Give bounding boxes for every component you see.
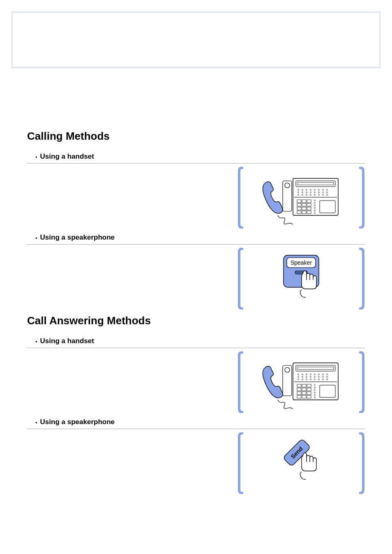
illustration-row: Speaker	[27, 248, 365, 309]
svg-rect-84	[302, 388, 306, 391]
svg-point-74	[310, 379, 311, 380]
svg-point-16	[318, 192, 320, 193]
svg-point-61	[323, 374, 324, 375]
svg-point-7	[314, 189, 316, 191]
svg-rect-32	[302, 203, 306, 206]
illustration-frame-speaker-button: Speaker	[238, 248, 365, 309]
svg-rect-37	[297, 211, 301, 214]
svg-point-21	[306, 194, 307, 196]
item-using-handset-1: Using a handset	[27, 152, 365, 161]
rule	[27, 429, 365, 429]
svg-point-76	[318, 379, 320, 380]
right-bracket-icon	[359, 351, 365, 413]
svg-point-6	[310, 189, 311, 191]
right-bracket-icon	[359, 167, 365, 229]
svg-point-42	[314, 205, 315, 206]
svg-point-12	[302, 192, 303, 193]
svg-point-48	[285, 183, 290, 188]
svg-point-8	[318, 189, 320, 191]
svg-rect-34	[297, 207, 301, 210]
svg-point-69	[323, 376, 324, 378]
svg-point-78	[327, 379, 328, 380]
svg-rect-85	[307, 388, 311, 391]
svg-point-4	[302, 189, 303, 191]
illustration-frame-phone-handset	[238, 167, 365, 229]
svg-rect-82	[307, 384, 311, 387]
svg-point-72	[302, 379, 303, 380]
svg-point-22	[310, 194, 311, 196]
svg-point-24	[318, 194, 320, 196]
svg-point-43	[314, 207, 315, 208]
phone-handset-icon	[243, 351, 359, 413]
svg-point-41	[314, 202, 315, 203]
svg-point-96	[314, 394, 315, 395]
svg-point-60	[318, 374, 320, 375]
phone-handset-icon	[243, 167, 359, 229]
svg-rect-39	[307, 211, 311, 214]
illustration-frame-send-button: Send	[238, 432, 365, 494]
svg-point-59	[314, 374, 316, 375]
svg-point-10	[327, 189, 328, 191]
svg-rect-90	[302, 395, 306, 398]
svg-rect-83	[297, 388, 301, 391]
svg-point-95	[314, 392, 315, 393]
svg-rect-89	[297, 395, 301, 398]
svg-rect-29	[302, 200, 306, 203]
svg-rect-87	[302, 392, 306, 395]
svg-point-62	[327, 374, 328, 375]
svg-point-64	[302, 376, 303, 378]
svg-point-56	[302, 374, 303, 375]
speaker-button-icon: Speaker	[243, 248, 359, 309]
svg-point-70	[327, 376, 328, 378]
svg-point-23	[314, 194, 316, 196]
svg-rect-2	[297, 182, 334, 185]
svg-rect-46	[320, 201, 335, 213]
svg-point-73	[306, 379, 307, 380]
svg-point-40	[314, 200, 315, 201]
svg-point-55	[298, 374, 299, 375]
section-title-call-answering-methods: Call Answering Methods	[27, 314, 365, 327]
svg-rect-86	[297, 392, 301, 395]
svg-point-57	[306, 374, 307, 375]
item-using-speakerphone-1: Using a speakerphone	[27, 233, 365, 242]
svg-rect-31	[297, 203, 301, 206]
svg-point-5	[306, 189, 307, 191]
svg-point-9	[323, 189, 324, 191]
send-button-icon: Send	[243, 432, 359, 494]
svg-point-18	[327, 192, 328, 193]
svg-point-14	[310, 192, 311, 193]
svg-point-3	[298, 189, 299, 191]
illustration-row	[27, 351, 365, 413]
svg-point-63	[298, 376, 299, 378]
illustration-frame-phone-handset	[238, 351, 365, 413]
header-frame	[12, 12, 380, 68]
svg-point-67	[314, 376, 316, 378]
svg-rect-81	[302, 384, 306, 387]
svg-point-75	[314, 379, 316, 380]
svg-rect-33	[307, 203, 311, 206]
left-bracket-icon	[238, 351, 243, 413]
document-body: Calling Methods Using a handset	[12, 130, 380, 494]
left-bracket-icon	[238, 248, 243, 309]
speaker-label: Speaker	[291, 259, 312, 266]
illustration-row	[27, 167, 365, 229]
svg-point-65	[306, 376, 307, 378]
svg-rect-35	[302, 207, 306, 210]
svg-point-93	[314, 387, 315, 388]
svg-point-11	[298, 192, 299, 193]
svg-rect-30	[307, 200, 311, 203]
svg-rect-36	[307, 207, 311, 210]
right-bracket-icon	[359, 432, 365, 494]
svg-point-66	[310, 376, 311, 378]
item-using-speakerphone-2: Using a speakerphone	[27, 418, 365, 426]
svg-point-92	[314, 384, 315, 385]
right-bracket-icon	[359, 248, 365, 309]
rule	[27, 163, 365, 164]
left-bracket-icon	[238, 167, 243, 229]
svg-point-94	[314, 389, 315, 390]
svg-point-100	[285, 367, 290, 372]
svg-point-71	[298, 379, 299, 380]
svg-point-77	[323, 379, 324, 380]
svg-rect-54	[297, 367, 334, 369]
left-bracket-icon	[238, 432, 243, 494]
